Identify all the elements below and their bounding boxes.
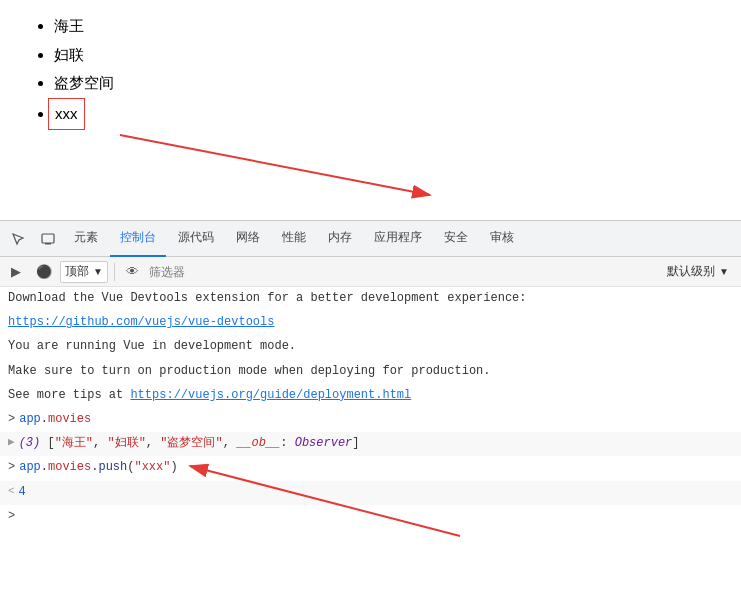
list-item-4: xxx: [54, 98, 711, 131]
vue-mode-text-b: Make sure to turn on production mode whe…: [8, 362, 490, 381]
chevron-down-icon-level: ▼: [719, 266, 729, 277]
toolbar-divider-1: [114, 263, 115, 281]
movie-list: 海王 妇联 盗梦空间 xxx: [30, 12, 711, 130]
console-line-vue-mode-b: Make sure to turn on production mode whe…: [0, 360, 741, 384]
device-icon[interactable]: [34, 225, 62, 253]
list-item-1: 海王: [54, 12, 711, 41]
level-selector[interactable]: 默认级别 ▼: [667, 263, 729, 280]
cmd1-text: app.movies: [19, 410, 91, 429]
expand-arrow-1[interactable]: ▶: [8, 434, 15, 452]
cmd-prefix-1: >: [8, 410, 15, 429]
highlight-box: xxx: [48, 98, 85, 131]
svg-rect-2: [42, 234, 54, 243]
tab-elements[interactable]: 元素: [64, 221, 108, 257]
list-item-2: 妇联: [54, 41, 711, 70]
console-line-cmd1: > app.movies: [0, 408, 741, 432]
result2-text: 4: [19, 483, 26, 502]
tab-console[interactable]: 控制台: [110, 221, 166, 257]
console-line-empty: >: [0, 505, 741, 529]
svg-rect-3: [45, 243, 51, 245]
deployment-link[interactable]: https://vuejs.org/guide/deployment.html: [130, 386, 411, 405]
console-line-vue-mode-c: See more tips at https://vuejs.org/guide…: [0, 384, 741, 408]
list-item-3: 盗梦空间: [54, 69, 711, 98]
browser-content: 海王 妇联 盗梦空间 xxx: [0, 0, 741, 220]
filter-box[interactable]: [149, 265, 269, 279]
result1-text: (3) ["海王", "妇联", "盗梦空间", __ob__: Observe…: [19, 434, 360, 453]
tab-application[interactable]: 应用程序: [364, 221, 432, 257]
devtools-panel: 元素 控制台 源代码 网络 性能 内存 应用程序 安全: [0, 220, 741, 608]
play-icon[interactable]: ▶: [4, 260, 28, 284]
devtools-toolbar: ▶ ⚫ 顶部 ▼ 👁 默认级别 ▼: [0, 257, 741, 287]
cmd-prefix-empty: >: [8, 507, 15, 526]
vue-mode-text-c: See more tips at: [8, 386, 130, 405]
eye-icon[interactable]: 👁: [121, 260, 145, 284]
vue-mode-text-a: You are running Vue in development mode.: [8, 337, 296, 356]
filter-input[interactable]: [149, 265, 269, 279]
tab-network[interactable]: 网络: [226, 221, 270, 257]
console-line-cmd2: > app.movies.push("xxx"): [0, 456, 741, 480]
console-line-result2: < 4: [0, 481, 741, 505]
chevron-down-icon: ▼: [93, 266, 103, 277]
cmd-prefix-2: >: [8, 458, 15, 477]
block-icon[interactable]: ⚫: [32, 260, 56, 284]
console-line-result1: ▶ (3) ["海王", "妇联", "盗梦空间", __ob__: Obser…: [0, 432, 741, 456]
devtools-tab-bar: 元素 控制台 源代码 网络 性能 内存 应用程序 安全: [0, 221, 741, 257]
console-text-devtools: Download the Vue Devtools extension for …: [8, 289, 526, 308]
tab-memory[interactable]: 内存: [318, 221, 362, 257]
context-selector[interactable]: 顶部 ▼: [60, 261, 108, 283]
tab-sources[interactable]: 源代码: [168, 221, 224, 257]
tab-audit[interactable]: 审核: [480, 221, 524, 257]
result2-prefix: <: [8, 483, 15, 501]
devtools-link[interactable]: https://github.com/vuejs/vue-devtools: [8, 313, 274, 332]
cursor-icon[interactable]: [4, 225, 32, 253]
console-output: Download the Vue Devtools extension for …: [0, 287, 741, 608]
cmd2-text: app.movies.push("xxx"): [19, 458, 177, 477]
svg-line-1: [120, 135, 430, 195]
tab-security[interactable]: 安全: [434, 221, 478, 257]
console-line-devtools-link: https://github.com/vuejs/vue-devtools: [0, 311, 741, 335]
console-line-devtools: Download the Vue Devtools extension for …: [0, 287, 741, 311]
tab-performance[interactable]: 性能: [272, 221, 316, 257]
console-line-vue-mode-a: You are running Vue in development mode.: [0, 335, 741, 359]
